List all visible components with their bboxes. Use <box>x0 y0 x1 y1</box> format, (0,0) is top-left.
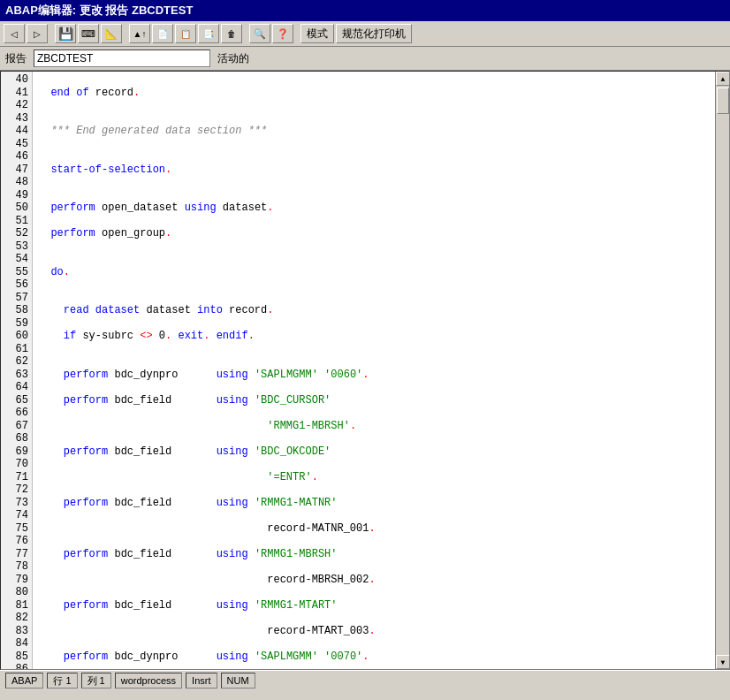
normalize-print-button[interactable]: 规范化打印机 <box>336 24 412 43</box>
help-button[interactable]: ❓ <box>272 24 293 43</box>
line-numbers: 40 41 42 43 44 45 46 47 48 49 50 51 52 5… <box>1 72 33 669</box>
row-label: 行 1 <box>53 674 71 688</box>
save-button[interactable]: 💾 <box>55 24 76 43</box>
report-status: 活动的 <box>217 51 249 66</box>
title-text: ABAP编辑器: 更改 报告 ZBCDTEST <box>5 4 193 17</box>
up-button[interactable]: ▲↑ <box>129 24 150 43</box>
title-bar: ABAP编辑器: 更改 报告 ZBCDTEST <box>0 0 730 21</box>
insert-button[interactable]: 📄 <box>152 24 173 43</box>
forward-button[interactable]: ▷ <box>27 24 48 43</box>
mode2-label: Insrt <box>192 675 210 686</box>
mode3-field: NUM <box>221 673 255 689</box>
back-button[interactable]: ◁ <box>4 24 25 43</box>
row-field: 行 1 <box>47 673 77 689</box>
mode-button[interactable]: 模式 <box>300 24 334 43</box>
editor-area: 40 41 42 43 44 45 46 47 48 49 50 51 52 5… <box>0 71 730 670</box>
language-field: ABAP <box>5 673 43 689</box>
col-label: 列 1 <box>87 674 105 688</box>
scroll-thumb[interactable] <box>717 88 729 114</box>
scroll-up-button[interactable]: ▲ <box>716 72 730 86</box>
mode1-field: wordprocess <box>115 673 182 689</box>
shortcut-button[interactable]: ⌨ <box>78 24 99 43</box>
scroll-down-button[interactable]: ▼ <box>716 655 730 669</box>
vertical-scrollbar[interactable]: ▲ ▼ <box>715 72 729 669</box>
code-area[interactable]: end of record. *** End generated data se… <box>33 72 715 669</box>
report-bar: 报告 活动的 <box>0 47 730 71</box>
report-label: 报告 <box>5 51 27 66</box>
mode2-field: Insrt <box>186 673 217 689</box>
mode3-label: NUM <box>227 675 249 686</box>
mode1-label: wordprocess <box>121 675 176 686</box>
delete-button[interactable]: 🗑 <box>221 24 242 43</box>
copy-button[interactable]: 📋 <box>175 24 196 43</box>
local-layout-button[interactable]: 📐 <box>101 24 122 43</box>
col-field: 列 1 <box>81 673 111 689</box>
status-bar: ABAP 行 1 列 1 wordprocess Insrt NUM <box>0 670 730 690</box>
language-label: ABAP <box>11 675 37 686</box>
paste-button[interactable]: 📑 <box>198 24 219 43</box>
scroll-track[interactable] <box>716 86 729 655</box>
toolbar: ◁ ▷ 💾 ⌨ 📐 ▲↑ 📄 📋 📑 🗑 🔍 ❓ 模式 规范化打印机 <box>0 21 730 47</box>
find-button[interactable]: 🔍 <box>249 24 270 43</box>
report-input[interactable] <box>34 49 210 67</box>
